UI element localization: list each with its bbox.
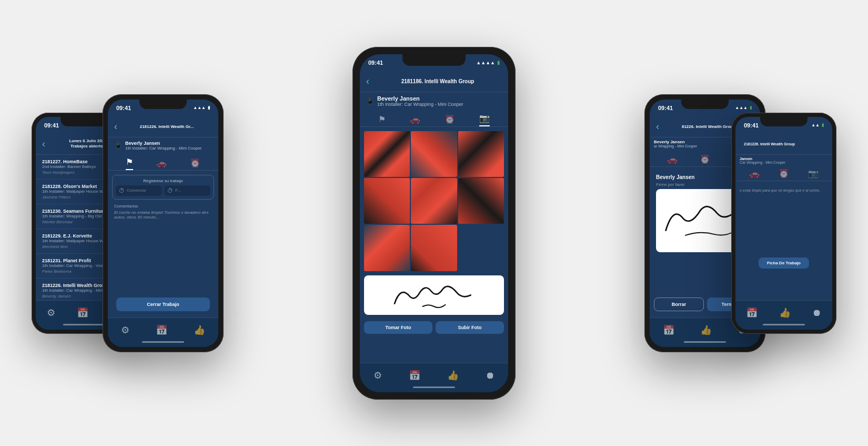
person-icon-center: 📱 [366, 97, 374, 105]
take-photo-btn[interactable]: Tomar Foto [364, 321, 432, 334]
record-icon-fr[interactable]: ⏺ [812, 308, 822, 319]
home-indicator-fr [763, 324, 805, 325]
person-section-left: 📱 Beverly Jansen 1th Installer: Car Wrap… [108, 137, 218, 154]
thumb-icon-left[interactable]: 👍 [194, 324, 205, 336]
title-center: 2181186. Intelli Wealth Group [374, 78, 502, 84]
photo-grid-center [364, 131, 504, 271]
signal-left: ▲▲▲ [193, 105, 206, 110]
settings-icon-left[interactable]: ⚙ [121, 324, 129, 336]
tab-car-fr[interactable]: 🚗 [749, 169, 760, 181]
photo-7 [364, 225, 410, 271]
signature-svg-center [364, 275, 504, 315]
time-far-left: 09:41 [44, 122, 59, 128]
back-btn-center[interactable]: ‹ [366, 76, 369, 87]
signal-fr: ▲▲ [811, 123, 820, 127]
thumb-icon-center[interactable]: 👍 [447, 370, 459, 381]
photo-3 [458, 131, 504, 177]
car-shape-2 [411, 131, 457, 177]
time-fr: 09:41 [744, 122, 759, 128]
photo-5 [411, 178, 457, 224]
battery-fr: ▮ [822, 123, 824, 127]
photo-6 [458, 178, 504, 224]
person-job-left: 1th Installer: Car Wrapping - Mini Coope… [125, 146, 201, 151]
tab-clock-center[interactable]: ⏰ [445, 114, 455, 126]
photo-1 [364, 131, 410, 177]
tab-clock-right[interactable]: ⏰ [700, 154, 710, 166]
back-btn-left[interactable]: ‹ [114, 121, 117, 132]
close-job-btn-left[interactable]: Cerrar Trabajo [116, 298, 210, 311]
tab-car-center[interactable]: 🚗 [410, 114, 420, 126]
person-name-right: Beverly Jansen [654, 140, 697, 144]
time-right: 09:41 [658, 105, 673, 111]
screen-center: 09:41 ▲▲▲▲ ▮ ‹ 2181186. Intelli Wealth G… [360, 54, 508, 392]
start-icon: ⏱ [119, 187, 125, 194]
person-name-left: Beverly Jansen [125, 141, 201, 146]
content-left: 📱 Beverly Jansen 1th Installer: Car Wrap… [108, 137, 218, 318]
tab-flag-center[interactable]: ⚑ [378, 114, 386, 126]
settings-icon-center[interactable]: ⚙ [374, 370, 382, 381]
title-left: 2181226. Intelli Wealth Gr... [122, 124, 212, 129]
upload-photo-btn[interactable]: Subir Foto [436, 321, 504, 334]
person-job-center: 1th Installer: Car Wrapping - Mini Coope… [377, 102, 463, 107]
person-job-fr: Car Wrapping - Mini Cooper [740, 161, 828, 164]
comment-text-left: El coche no estaba limpio! Tuvimos s lav… [114, 210, 212, 220]
home-indicator-left [142, 341, 184, 343]
end-placeholder: F... [175, 188, 181, 193]
start-label: Comenzar [127, 188, 146, 193]
notch-right [681, 100, 729, 109]
tab-clock-fr[interactable]: ⏰ [779, 169, 789, 181]
screen-left: 09:41 ▲▲▲ ▮ ‹ 2181226. Intelli Wealth Gr… [108, 100, 218, 347]
calendar-icon-center[interactable]: 📅 [409, 370, 420, 381]
calendar-icon-right[interactable]: 📅 [663, 324, 674, 336]
tab-flag-left[interactable]: ⚑ [126, 157, 133, 170]
end-icon: ⏱ [167, 187, 173, 194]
home-indicator-fl [63, 324, 105, 325]
thumb-icon-right[interactable]: 👍 [700, 324, 712, 336]
work-register-label: Registrese su trabajo [116, 179, 210, 183]
settings-icon-fl[interactable]: ⚙ [47, 307, 55, 319]
phone-center: 09:41 ▲▲▲▲ ▮ ‹ 2181186. Intelli Wealth G… [352, 47, 516, 400]
home-indicator-center [413, 386, 455, 388]
end-time-input[interactable]: ⏱ F... [164, 185, 210, 196]
record-icon-center[interactable]: ⏺ [486, 370, 495, 381]
notch-fl [60, 117, 108, 126]
comment-section-left: Comentarios El coche no estaba limpio! T… [108, 202, 218, 222]
comment-label-left: Comentarios [114, 204, 212, 209]
car-shape-3 [458, 131, 504, 177]
tab-clock-left[interactable]: ⏰ [190, 158, 200, 170]
battery-right: ▮ [750, 105, 752, 110]
person-name-fr: Jansen [740, 157, 828, 161]
phone-left: 09:41 ▲▲▲ ▮ ‹ 2181226. Intelli Wealth Gr… [103, 94, 224, 352]
calendar-icon-fl[interactable]: 📅 [77, 307, 88, 319]
person-job-right: ar Wrapping - Mini Cooper [654, 144, 697, 148]
start-time-input[interactable]: ⏱ Comenzar [116, 185, 162, 196]
home-indicator-right [684, 341, 726, 343]
title-fr: 2181226. Intelli Wealth Group [742, 142, 826, 146]
tab-camera-fr[interactable]: 📷 [808, 169, 819, 181]
time-center: 09:41 [368, 60, 383, 66]
calendar-icon-left[interactable]: 📅 [156, 324, 167, 336]
tab-car-right[interactable]: 🚗 [667, 154, 678, 166]
delete-btn-right[interactable]: Borrar [654, 298, 704, 311]
back-button-fl[interactable]: ‹ [42, 138, 45, 150]
tab-car-left[interactable]: 🚗 [156, 158, 167, 170]
thumb-icon-fr[interactable]: 👍 [779, 307, 791, 319]
header-center: ‹ 2181186. Intelli Wealth Group [360, 71, 508, 92]
content-center: 📱 Beverly Jansen 1th Installer: Car Wrap… [360, 92, 508, 363]
photo-btn-row: Tomar Foto Subir Foto [360, 319, 508, 336]
ficha-btn-fr[interactable]: Ficha De Trabajo [759, 257, 809, 269]
battery-center: ▮ [497, 60, 500, 65]
signal-center: ▲▲▲▲ [476, 60, 495, 65]
tabs-left: ⚑ 🚗 ⏰ [108, 154, 218, 171]
back-btn-right[interactable]: ‹ [656, 121, 659, 132]
calendar-icon-fr[interactable]: 📅 [746, 307, 758, 319]
tabs-fr: 🚗 ⏰ 📷 [735, 166, 832, 181]
person-icon-left: 📱 [114, 142, 122, 149]
tabs-center: ⚑ 🚗 ⏰ 📷 [360, 110, 508, 127]
screen-far-right: 09:41 ▲▲ ▮ 2181226. Intelli Wealth Group… [735, 117, 832, 330]
header-left: ‹ 2181226. Intelli Wealth Gr... [108, 116, 218, 137]
signature-box-center [364, 275, 504, 315]
tab-camera-center[interactable]: 📷 [479, 113, 490, 126]
time-left: 09:41 [116, 105, 131, 111]
work-register-left: Registrese su trabajo ⏱ Comenzar ⏱ F... [112, 175, 214, 200]
